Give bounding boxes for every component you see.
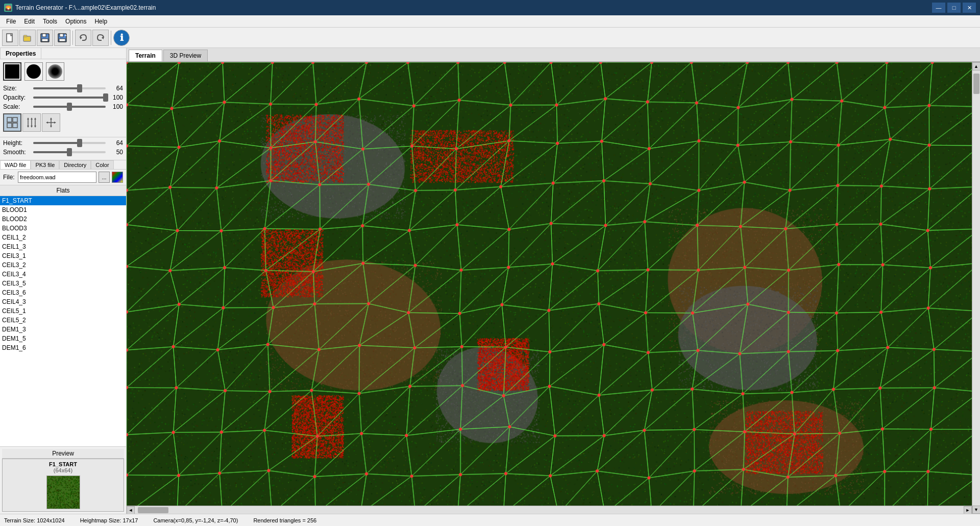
height-thumb[interactable] xyxy=(77,139,82,147)
flat-item-blood2[interactable]: BLOOD2 xyxy=(0,214,126,224)
vscroll-down[interactable]: ▼ xyxy=(972,506,981,514)
scale-value: 100 xyxy=(108,103,123,110)
vertical-scrollbar[interactable]: ▲ ▼ xyxy=(972,62,980,514)
preview-section: Preview F1_START (64x64) xyxy=(0,447,126,514)
brush-circle-icon xyxy=(27,64,41,79)
svg-marker-21 xyxy=(31,117,33,119)
hscroll-left[interactable]: ◄ xyxy=(127,506,135,514)
minimize-button[interactable]: — xyxy=(932,3,945,13)
brush-square[interactable] xyxy=(3,62,21,81)
terrain-canvas xyxy=(127,62,980,514)
size-fill xyxy=(33,87,80,89)
svg-rect-8 xyxy=(59,39,65,41)
tab-3d-preview[interactable]: 3D Preview xyxy=(163,50,208,61)
hscroll-right[interactable]: ► xyxy=(964,506,972,514)
svg-rect-14 xyxy=(7,123,12,128)
size-slider-row: Size: 64 xyxy=(3,85,123,92)
canvas-area[interactable]: ▲ ▼ ◄ ► xyxy=(127,62,980,514)
tab-terrain[interactable]: Terrain xyxy=(129,50,162,61)
flat-item-ceil35[interactable]: CEIL3_5 xyxy=(0,279,126,288)
menu-edit[interactable]: Edit xyxy=(20,17,39,26)
flat-item-blood3[interactable]: BLOOD3 xyxy=(0,224,126,233)
titlebar-controls: — □ ✕ xyxy=(932,3,976,13)
flat-item-ceil13[interactable]: CEIL1_3 xyxy=(0,242,126,251)
svg-marker-23 xyxy=(31,126,33,128)
height-track[interactable] xyxy=(33,142,106,144)
preview-canvas xyxy=(46,475,80,509)
tab-pk3-file[interactable]: PK3 file xyxy=(31,160,59,169)
brush-section: Size: 64 Opacity: 100 Scale: xyxy=(0,59,126,137)
toolbar-separator-2 xyxy=(111,31,111,45)
vscroll-thumb[interactable] xyxy=(973,74,979,94)
size-thumb[interactable] xyxy=(77,84,82,92)
scale-track[interactable] xyxy=(33,106,106,108)
open-button[interactable] xyxy=(19,30,36,46)
tab-color[interactable]: Color xyxy=(91,160,113,169)
tab-directory[interactable]: Directory xyxy=(59,160,91,169)
flat-item-dem16[interactable]: DEM1_6 xyxy=(0,343,126,352)
file-row: File: ... xyxy=(0,170,126,185)
menu-tools[interactable]: Tools xyxy=(39,17,61,26)
vscroll-up[interactable]: ▲ xyxy=(972,62,981,70)
toolbar-separator-1 xyxy=(72,31,73,45)
svg-rect-13 xyxy=(13,117,17,122)
menu-file[interactable]: File xyxy=(2,17,20,26)
mode-arrows-spread[interactable] xyxy=(42,113,60,132)
flat-item-ceil12[interactable]: CEIL1_2 xyxy=(0,233,126,242)
flat-item-ceil51[interactable]: CEIL5_1 xyxy=(0,306,126,316)
flat-item-ceil34[interactable]: CEIL3_4 xyxy=(0,270,126,279)
file-input[interactable] xyxy=(18,172,96,183)
flat-item-ceil43[interactable]: CEIL4_3 xyxy=(0,297,126,306)
svg-marker-11 xyxy=(102,36,104,39)
svg-marker-25 xyxy=(34,117,36,119)
mode-arrows-ud[interactable] xyxy=(22,113,41,132)
menu-options[interactable]: Options xyxy=(61,17,90,26)
scale-thumb[interactable] xyxy=(67,103,72,111)
menu-help[interactable]: Help xyxy=(90,17,111,26)
preview-name: F1_START xyxy=(49,461,77,467)
brush-circle[interactable] xyxy=(24,62,43,81)
opacity-track[interactable] xyxy=(33,97,106,99)
save-as-button[interactable]: + xyxy=(54,30,70,46)
svg-marker-31 xyxy=(50,126,52,128)
flats-list[interactable]: F1_START BLOOD1 BLOOD2 BLOOD3 CEIL1_2 CE… xyxy=(0,196,126,447)
smooth-thumb[interactable] xyxy=(67,148,72,156)
flat-item-dem13[interactable]: DEM1_3 xyxy=(0,325,126,334)
maximize-button[interactable]: □ xyxy=(947,3,961,13)
save-button[interactable] xyxy=(37,30,53,46)
height-slider-row: Height: 64 xyxy=(3,139,123,147)
horizontal-scrollbar[interactable]: ◄ ► xyxy=(127,506,972,514)
color-picker-button[interactable] xyxy=(112,172,123,183)
flat-item-ceil52[interactable]: CEIL5_2 xyxy=(0,316,126,325)
opacity-fill xyxy=(33,97,106,99)
flat-item-f1start[interactable]: F1_START xyxy=(0,196,126,205)
svg-marker-33 xyxy=(46,122,48,124)
brush-soft[interactable] xyxy=(46,62,64,81)
new-button[interactable] xyxy=(2,30,18,46)
height-value: 64 xyxy=(108,139,123,147)
size-track[interactable] xyxy=(33,87,106,89)
preview-label: Preview xyxy=(2,449,124,459)
info-button[interactable]: ℹ xyxy=(113,30,130,46)
close-button[interactable]: ✕ xyxy=(963,3,976,13)
opacity-thumb[interactable] xyxy=(103,93,108,102)
file-browse-button[interactable]: ... xyxy=(99,172,110,183)
brush-shapes xyxy=(3,62,123,81)
titlebar: 🌄 Terrain Generator - F:\...ample02\Exam… xyxy=(0,0,980,15)
hscroll-thumb[interactable] xyxy=(138,507,168,513)
smooth-track[interactable] xyxy=(33,151,106,153)
tab-wad-file[interactable]: WAD file xyxy=(0,160,31,169)
flat-item-ceil36[interactable]: CEIL3_6 xyxy=(0,288,126,297)
svg-marker-17 xyxy=(27,117,29,119)
flat-item-blood1[interactable]: BLOOD1 xyxy=(0,205,126,214)
mode-grid[interactable] xyxy=(3,113,21,132)
flat-item-ceil32[interactable]: CEIL3_2 xyxy=(0,260,126,270)
undo-button[interactable] xyxy=(75,30,91,46)
flat-item-dem15[interactable]: DEM1_5 xyxy=(0,334,126,343)
smooth-label: Smooth: xyxy=(3,149,31,156)
redo-button[interactable] xyxy=(92,30,109,46)
tab-properties[interactable]: Properties xyxy=(0,48,41,59)
scale-slider-row: Scale: 100 xyxy=(3,103,123,110)
flat-item-ceil31[interactable]: CEIL3_1 xyxy=(0,251,126,260)
opacity-label: Opacity: xyxy=(3,94,31,101)
